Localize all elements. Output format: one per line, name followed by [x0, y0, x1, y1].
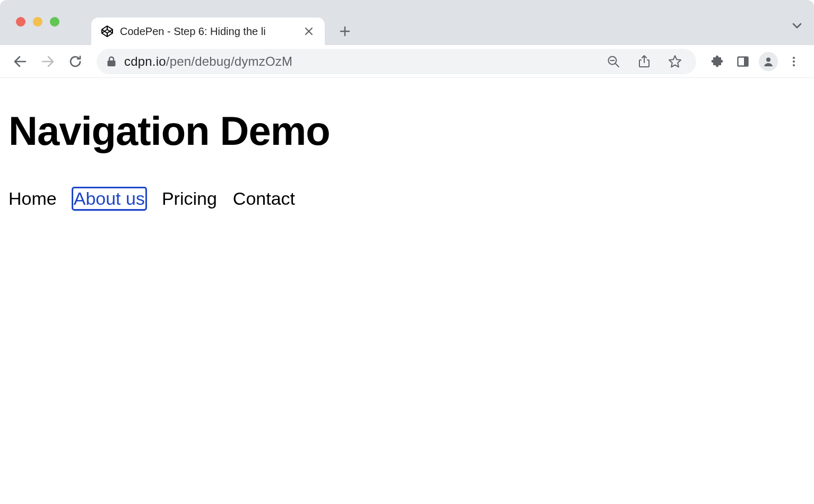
forward-button[interactable] — [36, 50, 59, 73]
reload-button[interactable] — [64, 50, 87, 73]
menu-button[interactable] — [782, 50, 806, 73]
window-close-button[interactable] — [16, 17, 25, 27]
plus-icon — [339, 25, 351, 37]
svg-point-20 — [793, 64, 795, 66]
new-tab-button[interactable] — [334, 21, 356, 42]
zoom-out-icon — [607, 55, 620, 68]
url-text: cdpn.io/pen/debug/dymzOzM — [124, 54, 292, 69]
extensions-button[interactable] — [706, 50, 729, 73]
share-icon — [638, 55, 650, 68]
svg-marker-14 — [669, 56, 681, 67]
lock-icon — [106, 56, 117, 67]
window-controls — [16, 17, 59, 27]
page-content: Navigation Demo Home About us Pricing Co… — [0, 78, 814, 210]
main-nav: Home About us Pricing Contact — [8, 188, 806, 210]
close-icon — [304, 27, 314, 36]
arrow-right-icon — [40, 54, 55, 69]
tabs-dropdown-button[interactable] — [791, 19, 803, 32]
address-bar[interactable]: cdpn.io/pen/debug/dymzOzM — [97, 49, 696, 74]
browser-tab-title: CodePen - Step 6: Hiding the li — [120, 25, 296, 38]
svg-point-17 — [766, 57, 770, 62]
profile-button[interactable] — [757, 50, 780, 73]
url-domain: cdpn.io — [124, 54, 166, 68]
star-icon — [668, 55, 682, 68]
bookmark-button[interactable] — [663, 50, 687, 73]
close-tab-button[interactable] — [302, 25, 315, 38]
person-icon — [763, 56, 774, 67]
nav-link-about-us[interactable]: About us — [73, 188, 146, 210]
browser-tab-strip: CodePen - Step 6: Hiding the li — [0, 0, 814, 45]
nav-link-home[interactable]: Home — [8, 188, 57, 210]
svg-line-11 — [616, 64, 619, 67]
share-button[interactable] — [633, 50, 656, 73]
sidepanel-button[interactable] — [731, 50, 755, 73]
svg-rect-16 — [744, 57, 748, 66]
puzzle-icon — [711, 55, 724, 68]
arrow-left-icon — [13, 54, 28, 69]
back-button[interactable] — [8, 50, 32, 73]
svg-point-18 — [793, 56, 795, 58]
browser-tab[interactable]: CodePen - Step 6: Hiding the li — [91, 18, 325, 45]
window-minimize-button[interactable] — [33, 17, 42, 27]
chevron-down-icon — [791, 19, 803, 32]
zoom-out-button[interactable] — [602, 50, 625, 73]
codepen-icon — [101, 25, 114, 38]
window-zoom-button[interactable] — [50, 17, 59, 27]
url-path: /pen/debug/dymzOzM — [166, 54, 292, 68]
browser-toolbar: cdpn.io/pen/debug/dymzOzM — [0, 45, 814, 78]
nav-link-contact[interactable]: Contact — [233, 188, 295, 210]
svg-point-19 — [793, 60, 795, 62]
avatar — [759, 52, 778, 71]
toolbar-right — [706, 50, 806, 73]
reload-icon — [68, 55, 82, 68]
sidepanel-icon — [737, 55, 749, 68]
svg-rect-9 — [108, 60, 116, 66]
page-title: Navigation Demo — [8, 108, 806, 154]
kebab-icon — [788, 56, 800, 67]
nav-link-pricing[interactable]: Pricing — [162, 188, 217, 210]
